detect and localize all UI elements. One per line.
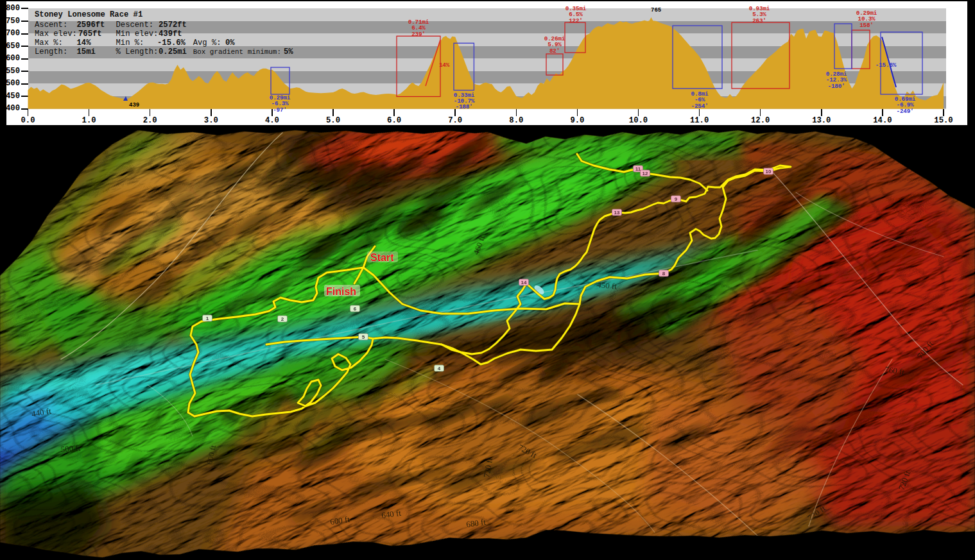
svg-text:8: 8 [662, 271, 666, 276]
svg-text:14: 14 [521, 280, 527, 285]
svg-text:9: 9 [675, 196, 678, 202]
svg-text:5: 5 [362, 334, 365, 340]
svg-text:10: 10 [766, 169, 772, 174]
svg-text:Start: Start [370, 252, 394, 263]
svg-text:12: 12 [643, 171, 648, 176]
svg-text:2: 2 [281, 316, 284, 322]
svg-text:1: 1 [206, 316, 209, 321]
svg-text:500 ft: 500 ft [60, 443, 81, 454]
svg-text:6: 6 [354, 306, 357, 312]
svg-text:Finish: Finish [326, 286, 356, 297]
svg-text:13: 13 [614, 210, 620, 216]
svg-text:4: 4 [438, 366, 441, 371]
